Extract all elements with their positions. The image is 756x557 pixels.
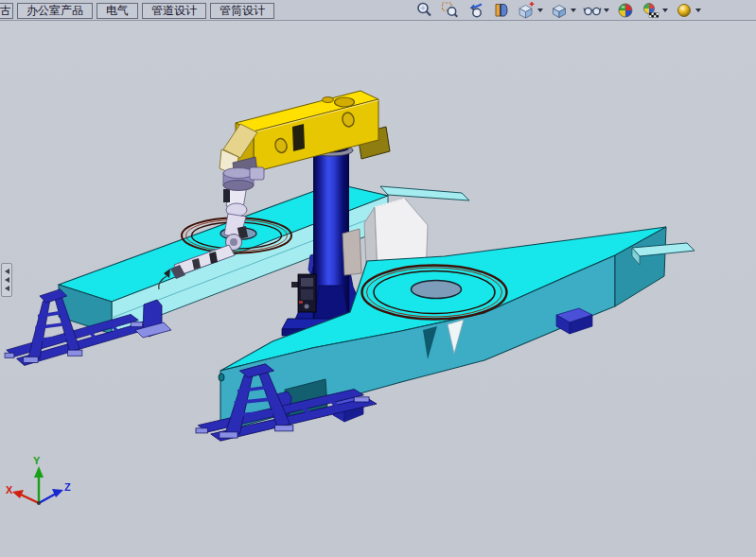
previous-view-icon[interactable] — [466, 1, 484, 20]
command-tab-bar: 古 办公室产品 电气 管道设计 管筒设计 — [0, 0, 756, 21]
hide-show-items-icon[interactable] — [583, 1, 602, 20]
robot-boom[interactable] — [220, 91, 378, 191]
tab-electrical-label: 电气 — [106, 3, 129, 19]
display-style-group — [550, 1, 576, 20]
hide-show-items-dropdown[interactable] — [604, 9, 609, 12]
hide-show-group — [583, 1, 609, 20]
panel-arrow-icon — [5, 269, 9, 274]
view-heads-up-toolbar — [414, 0, 701, 20]
view-settings-icon[interactable] — [675, 1, 694, 20]
view-settings-group — [675, 1, 701, 20]
reference-triad: Y X Z — [6, 455, 71, 505]
zoom-to-fit-icon[interactable] — [414, 1, 433, 20]
apply-scene-dropdown[interactable] — [662, 9, 668, 12]
tab-office-products-label: 办公室产品 — [26, 3, 83, 19]
tab-tubing-design[interactable]: 管筒设计 — [210, 3, 274, 19]
y-axis-label: Y — [33, 455, 41, 466]
tab-partial-label: 古 — [0, 3, 11, 19]
tab-electrical[interactable]: 电气 — [97, 3, 138, 19]
apply-scene-icon[interactable] — [642, 1, 660, 20]
tab-piping-design[interactable]: 管道设计 — [142, 3, 206, 19]
view-orientation-icon[interactable] — [517, 1, 536, 20]
tab-office-products[interactable]: 办公室产品 — [17, 3, 93, 19]
z-axis-arrow — [52, 489, 63, 497]
column-junction-box[interactable] — [291, 274, 316, 312]
tab-piping-design-label: 管道设计 — [151, 3, 197, 19]
apply-scene-group — [642, 1, 668, 20]
view-orientation-dropdown[interactable] — [537, 9, 543, 12]
panel-arrow-icon — [5, 277, 9, 283]
panel-arrow-icon — [5, 286, 9, 291]
section-view-icon[interactable] — [491, 1, 510, 20]
cad-window: 古 办公室产品 电气 管道设计 管筒设计 — [0, 0, 756, 557]
tab-tubing-design-label: 管筒设计 — [220, 3, 265, 19]
z-axis-label: Z — [64, 481, 71, 493]
edit-appearance-icon[interactable] — [616, 1, 635, 20]
view-orientation-group — [517, 1, 543, 20]
tab-partial[interactable]: 古 — [0, 3, 13, 19]
graphics-viewport[interactable]: Y X Z — [0, 20, 756, 557]
display-style-icon[interactable] — [550, 1, 569, 20]
display-style-dropdown[interactable] — [571, 9, 576, 12]
model-canvas[interactable]: Y X Z — [0, 20, 756, 557]
zoom-to-area-icon[interactable] — [440, 1, 459, 20]
wrist-cylinder[interactable] — [223, 167, 264, 191]
view-settings-dropdown[interactable] — [695, 9, 701, 12]
x-axis-label: X — [6, 484, 13, 496]
y-axis-arrow — [34, 466, 44, 478]
panel-expand-tab[interactable] — [1, 263, 12, 297]
